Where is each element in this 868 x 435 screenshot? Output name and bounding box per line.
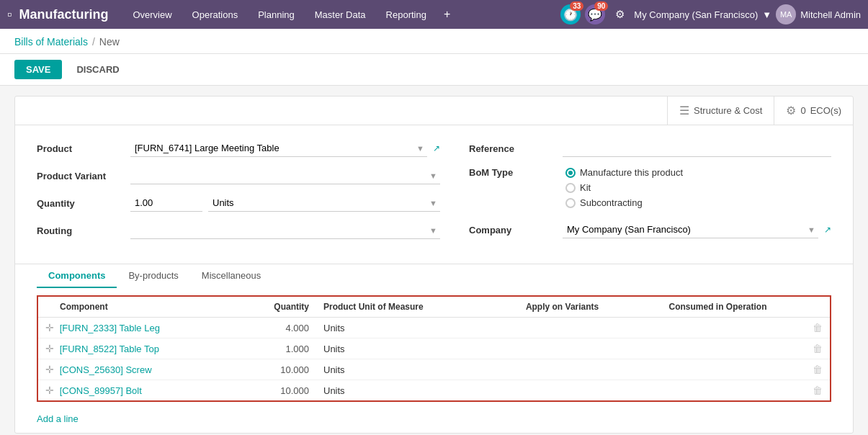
- nav-reporting[interactable]: Reporting: [376, 0, 437, 29]
- radio-manufacture[interactable]: Manufacture this product: [565, 167, 683, 178]
- main-content: ☰ Structure & Cost ⚙ 0 ECO(s) Product: [0, 86, 868, 435]
- bom-type-label: BoM Type: [469, 167, 563, 178]
- component-qty-cell: 1.000: [239, 338, 316, 359]
- component-variants-cell: [494, 380, 630, 402]
- eco-count: 0: [800, 105, 805, 116]
- table-row: ✛ [FURN_8522] Table Top 1.000 Units 🗑: [37, 338, 831, 359]
- product-value: ▼ ↗: [130, 140, 440, 157]
- app-grid-icon[interactable]: ▫: [7, 7, 12, 22]
- company-field-row: Company ▼ ↗: [469, 221, 831, 238]
- quantity-field-row: Quantity ▼: [37, 194, 440, 212]
- drag-handle-icon[interactable]: ✛: [45, 343, 54, 354]
- component-link[interactable]: [CONS_25630] Screw: [60, 364, 152, 375]
- breadcrumb-separator: /: [92, 36, 95, 48]
- tab-byproducts[interactable]: By-products: [117, 264, 189, 288]
- form-card: ☰ Structure & Cost ⚙ 0 ECO(s) Product: [14, 96, 854, 434]
- col-unit-of-measure: Product Unit of Measure: [316, 296, 494, 318]
- radio-kit[interactable]: Kit: [565, 182, 683, 193]
- routing-input[interactable]: [130, 222, 426, 238]
- delete-row-icon[interactable]: 🗑: [813, 322, 823, 333]
- reference-input[interactable]: [563, 140, 831, 157]
- nav-planning[interactable]: Planning: [248, 0, 305, 29]
- product-variant-input[interactable]: [130, 167, 426, 184]
- nav-operations[interactable]: Operations: [182, 0, 249, 29]
- component-name-cell: ✛ [CONS_25630] Screw: [37, 359, 239, 380]
- breadcrumb: Bills of Materials / New: [14, 36, 854, 48]
- product-variant-field-row: Product Variant ▼: [37, 167, 440, 184]
- radio-manufacture-dot[interactable]: [565, 168, 576, 178]
- radio-kit-dot[interactable]: [565, 183, 576, 193]
- company-selector[interactable]: My Company (San Francisco) ▼: [634, 9, 771, 20]
- delete-row-icon[interactable]: 🗑: [813, 343, 823, 354]
- nav-overview[interactable]: Overview: [122, 0, 182, 29]
- radio-subcontracting-dot[interactable]: [565, 198, 576, 208]
- routing-label: Routing: [37, 225, 130, 236]
- tab-miscellaneous[interactable]: Miscellaneous: [190, 264, 272, 288]
- company-input[interactable]: [563, 221, 805, 238]
- delete-row-icon[interactable]: 🗑: [813, 364, 823, 375]
- routing-field-row: Routing ▼: [37, 222, 440, 239]
- radio-subcontracting-label: Subcontracting: [580, 197, 643, 208]
- delete-row-icon[interactable]: 🗑: [813, 385, 823, 396]
- eco-button[interactable]: ⚙ 0 ECO(s): [774, 97, 853, 125]
- component-link[interactable]: [FURN_2333] Table Leg: [60, 323, 160, 333]
- discard-button[interactable]: DISCARD: [68, 60, 127, 79]
- product-input[interactable]: [130, 140, 413, 156]
- chat-badge-wrap[interactable]: 💬 90: [585, 4, 605, 24]
- product-field-row: Product ▼ ↗: [37, 140, 440, 157]
- product-dropdown-icon[interactable]: ▼: [413, 144, 427, 153]
- routing-dropdown-icon[interactable]: ▼: [426, 226, 440, 235]
- routing-value: ▼: [130, 222, 440, 239]
- quantity-label: Quantity: [37, 198, 130, 209]
- component-link[interactable]: [FURN_8522] Table Top: [60, 344, 159, 354]
- unit-select-wrap[interactable]: ▼: [208, 194, 440, 212]
- form-right: Reference BoM Type Manufacture this prod…: [469, 140, 831, 249]
- component-link[interactable]: [CONS_89957] Bolt: [60, 385, 142, 396]
- form-top-bar: ☰ Structure & Cost ⚙ 0 ECO(s): [15, 97, 853, 125]
- add-line-button[interactable]: Add a line: [37, 413, 79, 424]
- reference-field-row: Reference: [469, 140, 831, 157]
- drag-handle-icon[interactable]: ✛: [45, 322, 54, 333]
- col-component: Component: [37, 296, 239, 318]
- top-navigation: ▫ Manufacturing Overview Operations Plan…: [0, 0, 868, 29]
- components-table-wrap: Component Quantity Product Unit of Measu…: [15, 288, 853, 409]
- breadcrumb-parent[interactable]: Bills of Materials: [14, 36, 88, 48]
- product-external-link-icon[interactable]: ↗: [433, 143, 440, 153]
- unit-input[interactable]: [208, 194, 426, 211]
- col-consumed-operation: Consumed in Operation: [630, 296, 805, 318]
- unit-dropdown-icon[interactable]: ▼: [426, 199, 440, 207]
- component-operation-cell: [630, 318, 805, 338]
- nav-add-button[interactable]: +: [437, 0, 457, 29]
- product-variant-dropdown-icon[interactable]: ▼: [426, 171, 440, 180]
- table-row: ✛ [FURN_2333] Table Leg 4.000 Units 🗑: [37, 318, 831, 338]
- form-left: Product ▼ ↗ Product Variant: [37, 140, 440, 249]
- company-select-wrap[interactable]: ▼: [563, 221, 818, 238]
- radio-subcontracting[interactable]: Subcontracting: [565, 197, 683, 208]
- routing-select-wrap[interactable]: ▼: [130, 222, 440, 239]
- save-button[interactable]: SAVE: [14, 60, 62, 79]
- component-delete-cell: 🗑: [805, 380, 831, 402]
- company-value: ▼ ↗: [563, 221, 831, 238]
- company-dropdown-icon[interactable]: ▼: [805, 225, 818, 234]
- drag-handle-icon[interactable]: ✛: [45, 385, 54, 396]
- drag-handle-icon[interactable]: ✛: [45, 364, 54, 375]
- component-delete-cell: 🗑: [805, 359, 831, 380]
- product-variant-select-wrap[interactable]: ▼: [130, 167, 440, 184]
- quantity-input[interactable]: [130, 194, 202, 212]
- company-name: My Company (San Francisco): [634, 9, 758, 20]
- app-title: Manufacturing: [19, 7, 108, 22]
- table-row: ✛ [CONS_25630] Screw 10.000 Units 🗑: [37, 359, 831, 380]
- tab-components[interactable]: Components: [37, 264, 117, 288]
- structure-cost-button[interactable]: ☰ Structure & Cost: [667, 97, 774, 125]
- settings-icon[interactable]: ⚙: [609, 4, 630, 24]
- clock-badge-wrap[interactable]: 🕐 33: [560, 4, 581, 24]
- breadcrumb-current: New: [99, 36, 120, 48]
- avatar[interactable]: MA: [776, 4, 796, 24]
- user-name: Mitchell Admin: [800, 9, 861, 20]
- company-external-link-icon[interactable]: ↗: [824, 225, 831, 235]
- table-row: ✛ [CONS_89957] Bolt 10.000 Units 🗑: [37, 380, 831, 402]
- nav-master-data[interactable]: Master Data: [305, 0, 376, 29]
- components-table: Component Quantity Product Unit of Measu…: [37, 295, 831, 402]
- structure-icon: ☰: [679, 104, 689, 117]
- product-select-wrap[interactable]: ▼: [130, 140, 427, 157]
